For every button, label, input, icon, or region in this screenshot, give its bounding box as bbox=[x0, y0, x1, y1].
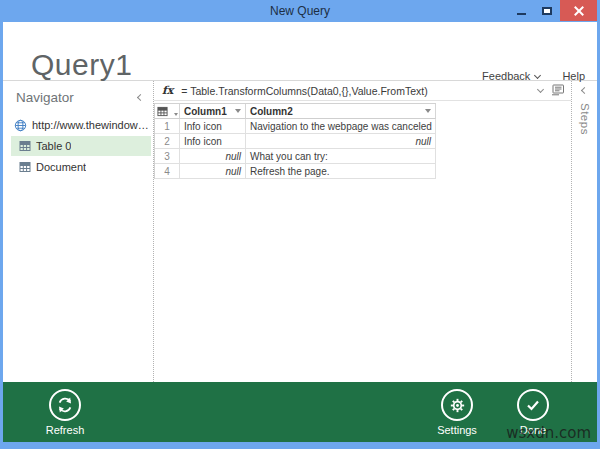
feedback-label: Feedback bbox=[482, 70, 530, 82]
refresh-label: Refresh bbox=[46, 424, 85, 436]
formula-input[interactable]: = Table.TransformColumns(Data0,{},Value.… bbox=[181, 85, 532, 97]
chevron-down-icon bbox=[534, 71, 541, 78]
app-body: Query1 Feedback Help Navigator bbox=[3, 22, 597, 442]
navigator-item-label: Table 0 bbox=[36, 140, 71, 152]
gear-icon bbox=[441, 389, 473, 421]
column-header-column1[interactable]: Column1 bbox=[180, 104, 246, 119]
steps-label: Steps bbox=[579, 103, 591, 135]
column-header-column2[interactable]: Column2 bbox=[246, 104, 436, 119]
main-area: Navigator http://www.thewindowsclu... Ta… bbox=[3, 80, 597, 382]
footer-bar: Refresh Settings bbox=[3, 382, 597, 442]
settings-button[interactable]: Settings bbox=[429, 389, 485, 436]
table-cell[interactable]: Info icon bbox=[180, 119, 246, 134]
content-area: fx = Table.TransformColumns(Data0,{},Val… bbox=[154, 81, 571, 382]
watermark: wsxdn.com bbox=[506, 424, 591, 442]
refresh-button[interactable]: Refresh bbox=[37, 389, 93, 436]
collapse-navigator-icon[interactable] bbox=[137, 94, 144, 101]
table-cell[interactable]: Refresh the page. bbox=[246, 164, 436, 179]
column-label: Column2 bbox=[250, 106, 293, 117]
maximize-button[interactable] bbox=[534, 0, 560, 21]
navigator-header: Navigator bbox=[3, 90, 153, 114]
table-icon bbox=[157, 106, 168, 117]
table-menu-caret-icon bbox=[174, 113, 178, 116]
row-number: 1 bbox=[155, 119, 180, 134]
filter-dropdown-icon[interactable] bbox=[425, 109, 431, 113]
help-link[interactable]: Help bbox=[562, 70, 585, 82]
header: Query1 Feedback Help bbox=[3, 22, 597, 80]
window-title: New Query bbox=[270, 4, 330, 18]
minimize-icon bbox=[517, 13, 526, 15]
power-query-window: New Query Query1 Feedback Help bbox=[0, 0, 600, 449]
help-label: Help bbox=[562, 70, 585, 82]
table-icon bbox=[19, 161, 31, 173]
expand-formula-icon[interactable] bbox=[537, 86, 544, 93]
table-cell[interactable]: Info icon bbox=[180, 134, 246, 149]
table-cell-null[interactable]: null bbox=[246, 134, 436, 149]
titlebar: New Query bbox=[3, 0, 597, 22]
steps-panel-collapsed[interactable]: Steps bbox=[572, 81, 597, 382]
data-preview: Column1 Column2 1 Info icon Navigation t… bbox=[154, 101, 571, 179]
row-number: 3 bbox=[155, 149, 180, 164]
feedback-menu[interactable]: Feedback bbox=[482, 70, 540, 82]
refresh-icon bbox=[49, 389, 81, 421]
navigator-item-label: http://www.thewindowsclu... bbox=[32, 119, 151, 131]
navigator-item-table-0[interactable]: Table 0 bbox=[11, 136, 151, 156]
table-cell-null[interactable]: null bbox=[180, 149, 246, 164]
minimize-button[interactable] bbox=[508, 0, 534, 21]
table-icon bbox=[19, 140, 31, 152]
table-corner-button[interactable] bbox=[155, 104, 180, 119]
row-number: 2 bbox=[155, 134, 180, 149]
column-label: Column1 bbox=[184, 106, 227, 117]
header-links: Feedback Help bbox=[482, 70, 585, 82]
table-cell[interactable]: Navigation to the webpage was canceled bbox=[246, 119, 436, 134]
navigator-item-label: Document bbox=[36, 161, 86, 173]
navigator-item-document[interactable]: Document bbox=[11, 157, 151, 177]
table-cell-null[interactable]: null bbox=[180, 164, 246, 179]
expand-steps-icon[interactable] bbox=[581, 87, 588, 94]
advanced-editor-icon[interactable] bbox=[551, 82, 565, 100]
query-title: Query1 bbox=[31, 48, 132, 82]
fx-icon: fx bbox=[162, 84, 173, 97]
check-icon bbox=[517, 389, 549, 421]
globe-icon bbox=[14, 119, 27, 132]
close-icon bbox=[574, 6, 584, 16]
navigator-item-url[interactable]: http://www.thewindowsclu... bbox=[11, 115, 151, 135]
window-controls bbox=[508, 0, 597, 21]
table-cell[interactable]: What you can try: bbox=[246, 149, 436, 164]
formula-bar-actions bbox=[538, 82, 565, 100]
navigator-title: Navigator bbox=[16, 90, 74, 105]
filter-dropdown-icon[interactable] bbox=[235, 109, 241, 113]
formula-bar: fx = Table.TransformColumns(Data0,{},Val… bbox=[154, 81, 571, 101]
close-button[interactable] bbox=[560, 0, 597, 21]
row-number: 4 bbox=[155, 164, 180, 179]
navigator-panel: Navigator http://www.thewindowsclu... Ta… bbox=[3, 81, 153, 382]
preview-table: Column1 Column2 1 Info icon Navigation t… bbox=[154, 103, 436, 179]
settings-label: Settings bbox=[437, 424, 477, 436]
maximize-icon bbox=[542, 7, 552, 15]
